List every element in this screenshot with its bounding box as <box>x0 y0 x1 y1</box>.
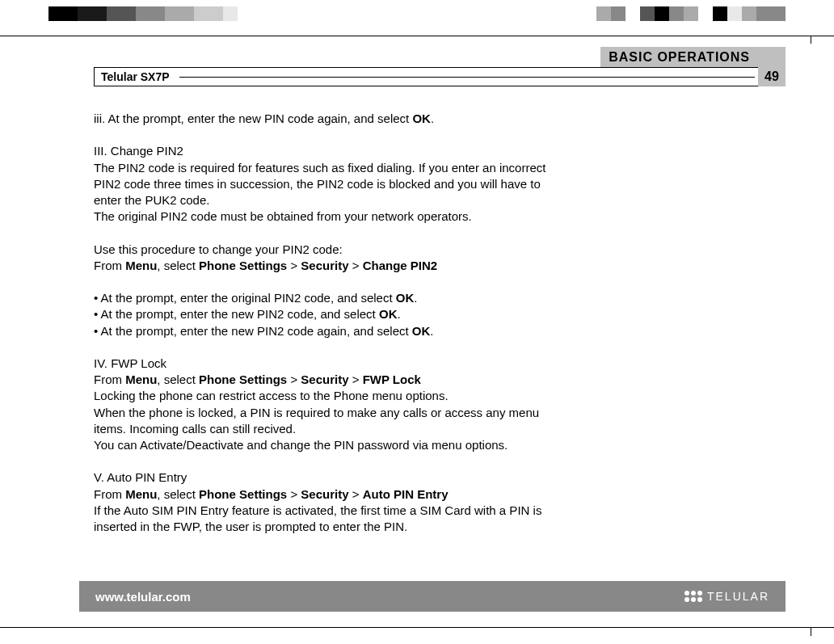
color-square <box>48 6 63 21</box>
page-content: BASIC OPERATIONS Telular SX7P 49 iii. At… <box>94 47 786 535</box>
V-title: V. Auto PIN Entry <box>94 469 571 486</box>
body-text: iii. At the prompt, enter the new PIN co… <box>94 111 571 535</box>
IV-p3: You can Activate/Deactivate and change t… <box>94 437 571 453</box>
section-title: BASIC OPERATIONS <box>600 47 758 68</box>
model-label: Telular SX7P <box>95 70 176 83</box>
color-square <box>92 6 107 21</box>
III-p1: The PIN2 code is required for features s… <box>94 160 571 209</box>
bullet-2: • At the prompt, enter the new PIN2 code… <box>94 306 571 322</box>
color-square <box>727 6 742 21</box>
color-square <box>223 6 238 21</box>
color-square <box>252 6 267 21</box>
bottom-crop-line <box>0 627 834 628</box>
color-square <box>713 6 727 21</box>
header-rule <box>179 77 755 78</box>
color-square <box>150 6 165 21</box>
section-title-extend <box>758 47 786 68</box>
color-square <box>194 6 208 21</box>
top-crop-line <box>0 36 834 36</box>
footer-brand: TELULAR <box>707 590 769 603</box>
color-square <box>238 6 252 21</box>
color-square <box>698 6 713 21</box>
color-square <box>771 6 786 21</box>
III-path: From Menu, select Phone Settings > Secur… <box>94 258 571 274</box>
color-square <box>63 6 78 21</box>
color-square <box>179 6 194 21</box>
model-row: Telular SX7P <box>94 67 758 86</box>
top-color-squares <box>0 6 834 21</box>
crop-mark-tr <box>811 36 811 44</box>
footer-url: www.telular.com <box>95 590 191 604</box>
color-square <box>669 6 684 21</box>
V-path: From Menu, select Phone Settings > Secur… <box>94 486 571 503</box>
page-number: 49 <box>758 67 786 86</box>
color-square <box>611 6 626 21</box>
line-iii: iii. At the prompt, enter the new PIN co… <box>94 111 571 127</box>
color-square <box>136 6 150 21</box>
IV-p2: When the phone is locked, a PIN is requi… <box>94 405 571 438</box>
color-square <box>596 6 611 21</box>
color-square <box>655 6 669 21</box>
color-square <box>742 6 756 21</box>
crop-mark-br <box>811 628 811 636</box>
IV-title: IV. FWP Lock <box>94 356 571 372</box>
section-header-row: BASIC OPERATIONS <box>94 47 786 68</box>
III-p2: The original PIN2 code must be obtained … <box>94 208 571 225</box>
footer-logo: TELULAR <box>684 590 769 603</box>
color-square <box>78 6 92 21</box>
III-title: III. Change PIN2 <box>94 143 571 159</box>
footer-bar: www.telular.com TELULAR <box>79 581 786 612</box>
bullet-3: • At the prompt, enter the new PIN2 code… <box>94 323 571 339</box>
logo-dots-icon <box>684 591 702 602</box>
V-p1: If the Auto SIM PIN Entry feature is act… <box>94 503 571 536</box>
III-use: Use this procedure to change your PIN2 c… <box>94 242 571 258</box>
color-square <box>121 6 136 21</box>
color-square <box>626 6 640 21</box>
color-square <box>684 6 698 21</box>
IV-p1: Locking the phone can restrict access to… <box>94 388 571 404</box>
color-square <box>165 6 179 21</box>
IV-path: From Menu, select Phone Settings > Secur… <box>94 372 571 388</box>
color-square <box>208 6 223 21</box>
color-square <box>756 6 771 21</box>
color-square <box>107 6 121 21</box>
bullet-1: • At the prompt, enter the original PIN2… <box>94 290 571 306</box>
color-square <box>640 6 655 21</box>
